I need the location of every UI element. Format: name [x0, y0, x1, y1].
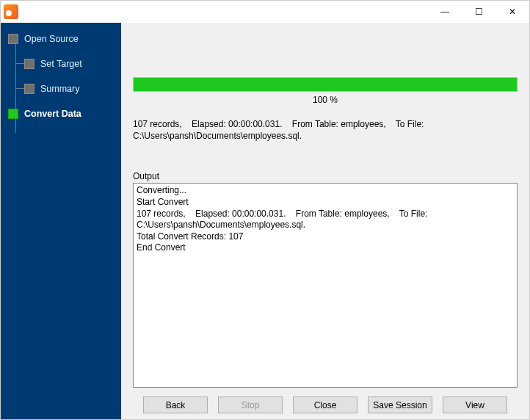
sidebar-item-set-target[interactable]: Set Target — [24, 54, 121, 74]
output-textarea[interactable] — [133, 183, 518, 388]
output-label: Output — [133, 171, 518, 181]
step-status-icon — [8, 34, 18, 44]
titlebar: — ☐ ✕ — [1, 1, 529, 23]
button-row: Back Stop Close Save Session View — [133, 397, 518, 413]
sidebar-item-convert-data[interactable]: Convert Data — [8, 104, 121, 124]
sidebar-item-label: Summary — [40, 84, 79, 94]
minimize-button[interactable]: — — [428, 1, 462, 23]
view-button[interactable]: View — [443, 397, 507, 413]
step-status-icon — [24, 59, 35, 69]
close-window-button[interactable]: ✕ — [495, 1, 529, 23]
window-controls: — ☐ ✕ — [428, 1, 529, 23]
sidebar-item-summary[interactable]: Summary — [24, 79, 121, 99]
app-icon — [4, 4, 18, 19]
main-panel: 100 % 107 records, Elapsed: 00:00:00.031… — [121, 23, 529, 420]
step-status-icon — [8, 109, 18, 119]
close-button[interactable]: Close — [293, 397, 357, 413]
back-button[interactable]: Back — [143, 397, 208, 413]
progress-section: 100 % — [133, 77, 518, 105]
save-session-button[interactable]: Save Session — [368, 397, 432, 413]
sidebar-item-open-source[interactable]: Open Source — [8, 29, 121, 49]
sidebar-item-label: Set Target — [40, 59, 82, 69]
progress-fill — [134, 78, 517, 91]
progress-bar — [133, 77, 518, 92]
step-status-icon — [24, 84, 35, 94]
sidebar-item-label: Open Source — [24, 34, 79, 44]
sidebar-item-label: Convert Data — [24, 109, 81, 119]
maximize-button[interactable]: ☐ — [462, 1, 495, 23]
stop-button: Stop — [218, 397, 283, 413]
status-summary-text: 107 records, Elapsed: 00:00:00.031. From… — [133, 118, 518, 142]
wizard-sidebar: Open Source Set Target Summary Convert D… — [1, 23, 121, 420]
progress-percent-label: 100 % — [133, 95, 518, 105]
